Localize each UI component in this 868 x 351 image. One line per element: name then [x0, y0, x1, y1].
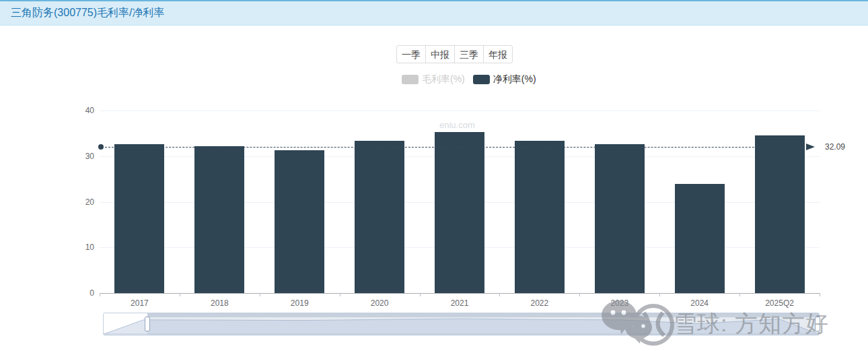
net-margin-bar[interactable] — [275, 150, 324, 293]
datazoom-left-handle[interactable] — [145, 317, 150, 331]
net-margin-bar[interactable] — [435, 132, 484, 293]
average-markline — [105, 147, 805, 148]
x-axis-tick — [180, 293, 180, 296]
x-axis-tick-label: 2020 — [353, 298, 406, 308]
x-axis-line — [100, 293, 820, 294]
net-margin-bar[interactable] — [755, 135, 805, 293]
y-axis-tick-label: 40 — [74, 106, 94, 115]
markline-start-dot — [98, 144, 104, 150]
datazoom-slider[interactable] — [103, 313, 820, 336]
datazoom-top-strip — [147, 313, 819, 317]
x-axis-tick-label: 2022 — [513, 298, 567, 308]
datazoom-right-handle[interactable] — [815, 317, 820, 331]
x-axis-tick — [260, 293, 260, 296]
net-margin-bar[interactable] — [595, 144, 645, 293]
y-axis-tick-label: 0 — [74, 288, 94, 298]
y-axis-tick-label: 30 — [74, 152, 94, 161]
markline-arrow-icon — [806, 143, 815, 150]
x-axis-tick-label: 2023 — [593, 298, 647, 308]
markline-value-label: 32.09 — [825, 142, 845, 152]
x-axis-tick — [659, 293, 660, 296]
net-margin-bar[interactable] — [515, 141, 565, 293]
x-axis-tick-label: 2025Q2 — [753, 298, 807, 308]
x-axis-tick — [499, 293, 500, 296]
net-margin-bar[interactable] — [114, 144, 164, 293]
x-axis-tick — [340, 293, 340, 296]
margin-chart-page: 三角防务(300775)毛利率/净利率 一季 中报 三季 年报 毛利率(%) 净… — [0, 0, 868, 351]
bar-chart: eniu.com 0102030402017201820192020202120… — [0, 0, 868, 351]
net-margin-bar[interactable] — [675, 184, 725, 293]
net-margin-bar[interactable] — [355, 141, 404, 293]
x-axis-tick-label: 2017 — [112, 298, 166, 308]
x-axis-tick-label: 2024 — [673, 298, 727, 308]
x-axis-tick — [739, 293, 740, 296]
x-axis-tick — [100, 293, 100, 296]
y-axis-tick-label: 10 — [74, 243, 94, 252]
eniu-watermark: eniu.com — [439, 120, 475, 130]
x-axis-tick — [420, 293, 421, 296]
x-axis-tick-label: 2021 — [433, 298, 486, 308]
net-margin-bar[interactable] — [194, 146, 244, 293]
x-axis-tick — [820, 293, 820, 296]
gridline — [100, 110, 820, 111]
x-axis-tick-label: 2018 — [192, 298, 246, 308]
x-axis-tick-label: 2019 — [273, 298, 326, 308]
x-axis-tick — [579, 293, 580, 296]
y-axis-tick-label: 20 — [74, 197, 94, 207]
